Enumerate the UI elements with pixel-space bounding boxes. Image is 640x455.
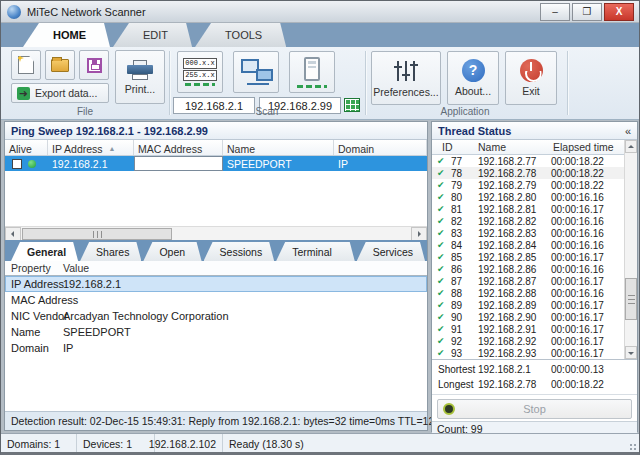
thread-row[interactable]: ✔81192.168.2.8100:00:16.17 xyxy=(432,203,637,215)
property-row[interactable]: NameSPEEDPORT xyxy=(5,324,427,340)
thread-row[interactable]: ✔87192.168.2.8700:00:16.17 xyxy=(432,275,637,287)
thread-row[interactable]: ✔79192.168.2.7900:00:18.22 xyxy=(432,179,637,191)
file-group-label: File xyxy=(1,106,169,117)
property-value: SPEEDPORT xyxy=(63,326,131,338)
status-segment-0: Domains: 1 xyxy=(1,434,77,453)
scrollbar-thumb[interactable] xyxy=(22,228,172,240)
status-segment-1: Devices: 1 xyxy=(77,434,155,453)
thread-row[interactable]: ✔84192.168.2.8400:00:16.16 xyxy=(432,239,637,251)
thread-row[interactable]: ✔82192.168.2.8200:00:16.16 xyxy=(432,215,637,227)
scroll-up-arrow[interactable] xyxy=(625,140,637,153)
tab-scroll-left-icon[interactable] xyxy=(387,248,395,256)
network-computers-icon xyxy=(239,59,273,85)
sliders-icon xyxy=(393,59,419,83)
scan-network-button[interactable] xyxy=(233,51,279,93)
thread-id: 81 xyxy=(451,204,478,215)
detail-tab-sessions[interactable]: Sessions xyxy=(204,242,275,261)
thread-row[interactable]: ✔86192.168.2.8600:00:16.16 xyxy=(432,263,637,275)
thread-name-column[interactable]: Name xyxy=(478,140,553,154)
scroll-left-arrow[interactable] xyxy=(5,227,21,241)
new-button[interactable] xyxy=(11,50,41,80)
export-data-button[interactable]: ➜ Export data... xyxy=(11,83,109,103)
about-button[interactable]: ? About... xyxy=(447,51,499,105)
resize-grip[interactable] xyxy=(629,443,637,451)
thread-row[interactable]: ✔90192.168.2.9000:00:16.17 xyxy=(432,311,637,323)
scrollbar-thumb[interactable] xyxy=(625,278,637,320)
thread-id: 90 xyxy=(451,312,478,323)
app-icon xyxy=(7,5,21,19)
ribbon-tab-tools[interactable]: TOOLS xyxy=(195,23,286,47)
thread-row[interactable]: ✔85192.168.2.8500:00:16.17 xyxy=(432,251,637,263)
ribbon-tab-home[interactable]: HOME xyxy=(23,23,110,47)
maximize-button[interactable]: ❒ xyxy=(572,3,602,21)
minimize-button[interactable]: – xyxy=(540,3,570,21)
tab-scroll-right-icon[interactable] xyxy=(398,248,406,256)
close-button[interactable]: X xyxy=(604,3,634,21)
print-button[interactable]: Print... xyxy=(115,50,165,104)
detail-tab-general[interactable]: General xyxy=(11,242,78,261)
thread-id: 80 xyxy=(451,192,478,203)
device-table-header[interactable]: AliveIP Address▲MAC AddressNameDomain xyxy=(5,140,427,156)
mac-editor-cell[interactable] xyxy=(134,156,223,171)
property-grid-header: Property Value xyxy=(5,261,427,276)
window-title: MiTeC Network Scanner xyxy=(27,6,146,18)
open-button[interactable] xyxy=(45,50,75,80)
thread-row[interactable]: ✔80192.168.2.8000:00:16.16 xyxy=(432,191,637,203)
detail-tab-terminal-sessions[interactable]: Terminal Sessions xyxy=(276,242,355,261)
device-row[interactable]: 192.168.2.1SPEEDPORTIP xyxy=(5,156,427,171)
preferences-button[interactable]: Preferences... xyxy=(371,51,441,105)
column-header-domain[interactable]: Domain xyxy=(334,140,427,155)
exit-button[interactable]: Exit xyxy=(505,51,557,105)
scan-range-button[interactable]: 000.x.x 255.x.x xyxy=(177,51,223,93)
column-label: MAC Address xyxy=(138,143,202,155)
printer-icon xyxy=(127,60,153,80)
property-row[interactable]: DomainIP xyxy=(5,340,427,356)
thread-id: 84 xyxy=(451,240,478,251)
thread-row[interactable]: ✔91192.168.2.9100:00:16.17 xyxy=(432,323,637,335)
column-header-ip-address[interactable]: IP Address▲ xyxy=(48,140,134,155)
check-icon: ✔ xyxy=(437,180,451,190)
property-row[interactable]: NIC VendorArcadyan Technology Corporatio… xyxy=(5,308,427,324)
collapse-panel-button[interactable]: « xyxy=(625,125,631,137)
scroll-right-arrow[interactable] xyxy=(411,227,427,241)
thread-name: 192.168.2.90 xyxy=(478,312,551,323)
thread-id: 83 xyxy=(451,228,478,239)
thread-row[interactable]: ✔88192.168.2.8800:00:16.16 xyxy=(432,287,637,299)
thread-id: 77 xyxy=(451,156,478,167)
thread-table-header[interactable]: ID Name Elapsed time xyxy=(432,140,637,155)
detection-result-bar: Detection result: 02-Dec-15 15:49:31: Re… xyxy=(5,411,427,430)
horizontal-scrollbar[interactable] xyxy=(5,226,427,240)
thread-id-column[interactable]: ID xyxy=(432,140,478,154)
thread-row[interactable]: ✔93192.168.2.9300:00:16.17 xyxy=(432,347,637,359)
check-icon: ✔ xyxy=(437,276,451,286)
thread-name: 192.168.2.89 xyxy=(478,300,551,311)
save-button[interactable] xyxy=(79,50,109,80)
scan-host-button[interactable] xyxy=(289,51,335,93)
column-header-mac-address[interactable]: MAC Address xyxy=(134,140,223,155)
thread-row[interactable]: ✔92192.168.2.9200:00:16.17 xyxy=(432,335,637,347)
vertical-scrollbar[interactable] xyxy=(624,140,637,359)
title-bar[interactable]: MiTeC Network Scanner – ❒ X xyxy=(1,1,639,23)
alive-cell xyxy=(5,156,48,171)
value-column-label: Value xyxy=(63,262,89,274)
property-row[interactable]: IP Address192.168.2.1 xyxy=(5,276,427,292)
column-header-alive[interactable]: Alive xyxy=(5,140,48,155)
alive-checkbox[interactable] xyxy=(12,159,22,169)
thread-name: 192.168.2.82 xyxy=(478,216,551,227)
summary-elapsed: 00:00:18.22 xyxy=(551,379,637,390)
property-name: IP Address xyxy=(5,278,63,290)
detail-tab-open-files[interactable]: Open Files xyxy=(143,242,201,261)
ribbon-tab-edit[interactable]: EDIT xyxy=(113,23,192,47)
ribbon: ➜ Export data... Print... File 000.x.x 2… xyxy=(1,47,639,120)
property-row[interactable]: MAC Address xyxy=(5,292,427,308)
thread-id: 92 xyxy=(451,336,478,347)
scroll-down-arrow[interactable] xyxy=(625,346,637,359)
stop-button[interactable]: Stop xyxy=(437,399,632,419)
detail-tab-shares[interactable]: Shares xyxy=(80,242,141,261)
thread-row[interactable]: ✔89192.168.2.8900:00:16.17 xyxy=(432,299,637,311)
thread-row[interactable]: ✔78192.168.2.7800:00:18.22 xyxy=(432,167,637,179)
tab-list-dropdown-icon[interactable] xyxy=(413,250,421,258)
thread-row[interactable]: ✔77192.168.2.7700:00:18.22 xyxy=(432,155,637,167)
thread-row[interactable]: ✔83192.168.2.8300:00:16.16 xyxy=(432,227,637,239)
column-header-name[interactable]: Name xyxy=(223,140,334,155)
